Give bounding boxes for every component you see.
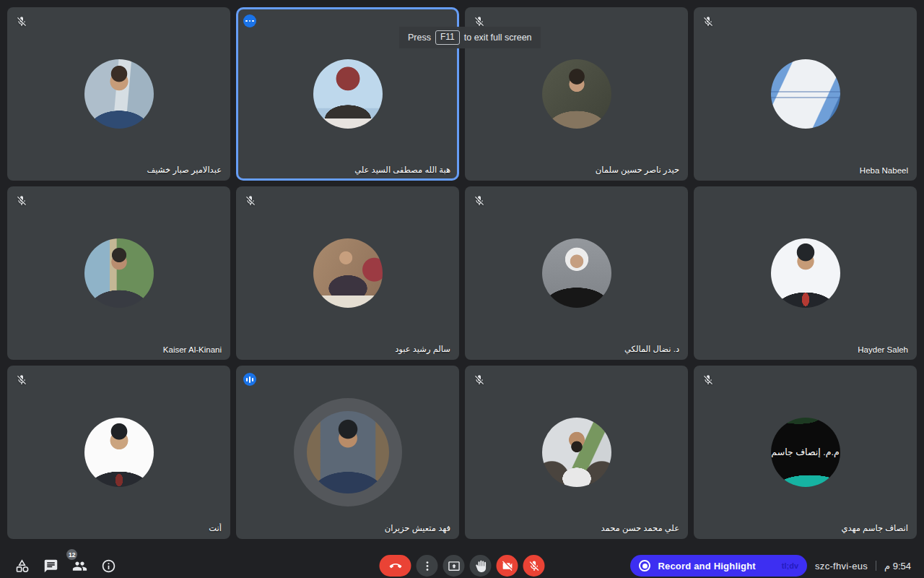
avatar-ring	[294, 398, 402, 506]
participant-name: فهد متعيش حزيران	[385, 523, 450, 533]
more-options-button[interactable]	[417, 555, 438, 577]
record-label: Record and Highlight	[658, 561, 755, 571]
avatar-ring	[771, 59, 840, 129]
participant-tile[interactable]: عبدالامير صبار خشيف	[7, 7, 230, 181]
tile-options-button[interactable]	[243, 14, 256, 27]
participant-name: أنت	[209, 523, 222, 533]
info-icon	[101, 558, 116, 574]
call-end-icon	[389, 560, 401, 572]
raise-hand-icon	[474, 560, 487, 572]
participant-tile[interactable]: علي محمد حسن محمد	[465, 366, 688, 539]
participant-avatar	[771, 238, 840, 308]
participant-name: Hayder Saleh	[858, 345, 908, 354]
participant-name: عبدالامير صبار خشيف	[147, 165, 222, 175]
people-button[interactable]: 12	[69, 556, 90, 576]
participant-avatar	[771, 59, 840, 129]
mic-off-icon	[14, 194, 29, 208]
participant-tile-self[interactable]: أنت	[7, 366, 230, 539]
participant-avatar	[84, 59, 154, 129]
meeting-code: szc-fhvi-eus	[815, 561, 868, 571]
participant-avatar	[307, 411, 389, 493]
avatar-ring	[313, 238, 383, 308]
participant-tile[interactable]: د. نضال المالكي	[465, 186, 688, 360]
left-controls: 12	[12, 556, 118, 576]
info-button[interactable]	[98, 556, 118, 576]
participant-tile[interactable]: فهد متعيش حزيران	[236, 366, 459, 539]
participant-name: حيدر ناصر حسين سلمان	[596, 165, 679, 175]
f11-keycap: F11	[435, 30, 460, 45]
speaking-indicator-icon	[243, 373, 256, 386]
participant-name: Kaiser Al-Kinani	[163, 345, 222, 354]
camera-off-button[interactable]	[497, 555, 518, 577]
mic-off-button[interactable]	[523, 555, 545, 577]
mic-off-icon	[14, 373, 29, 387]
avatar-ring	[84, 59, 154, 129]
avatar-ring	[84, 418, 154, 487]
participant-avatar	[84, 418, 154, 487]
participant-avatar	[313, 238, 383, 308]
avatar-ring	[542, 59, 611, 129]
activities-shapes-icon	[14, 558, 30, 574]
avatar-caption: م.م. إنصاف جاسم	[771, 447, 839, 458]
call-controls	[380, 555, 545, 577]
participant-tile[interactable]: سالم رشيد عبود	[236, 186, 459, 360]
participant-grid: عبدالامير صبار خشيف هبة الله مصطفى السيد…	[7, 7, 917, 539]
mic-off-icon	[472, 194, 487, 208]
end-call-button[interactable]	[380, 555, 411, 577]
participant-avatar	[313, 59, 383, 129]
participant-name: د. نضال المالكي	[624, 344, 679, 354]
clock: 9:54 م	[884, 561, 911, 571]
participant-name: Heba Nabeel	[860, 166, 908, 175]
record-icon	[639, 560, 650, 571]
mic-off-icon	[701, 373, 715, 387]
avatar-ring	[771, 238, 840, 308]
record-button[interactable]: Record and Highlight tl;dv	[630, 555, 807, 577]
activities-button[interactable]	[12, 556, 32, 576]
mic-off-icon	[701, 14, 715, 29]
participant-name: انصاف جاسم مهدي	[841, 523, 908, 533]
divider	[876, 561, 876, 571]
participant-avatar	[84, 238, 154, 308]
camera-off-icon	[501, 560, 513, 572]
participant-tile[interactable]: م.م. إنصاف جاسم انصاف جاسم مهدي	[694, 366, 917, 539]
present-screen-button[interactable]	[443, 555, 465, 577]
participant-avatar: م.م. إنصاف جاسم	[771, 418, 840, 487]
meeting-stage: عبدالامير صبار خشيف هبة الله مصطفى السيد…	[0, 7, 924, 546]
mic-off-icon	[243, 194, 258, 208]
chat-icon	[43, 558, 58, 574]
present-screen-icon	[448, 560, 460, 572]
people-icon	[72, 558, 87, 574]
mic-off-icon	[14, 14, 29, 29]
tooltip-suffix: to exit full screen	[464, 33, 532, 43]
tldv-brand-label: tl;dv	[782, 561, 798, 570]
avatar-ring: م.م. إنصاف جاسم	[771, 418, 840, 487]
participant-tile[interactable]: Kaiser Al-Kinani	[7, 186, 230, 360]
participant-name: هبة الله مصطفى السيد علي	[354, 165, 450, 175]
mic-off-icon	[472, 373, 487, 387]
avatar-ring	[313, 59, 383, 129]
fullscreen-tooltip: Press F11 to exit full screen	[399, 27, 541, 48]
participant-name: سالم رشيد عبود	[395, 344, 450, 354]
participant-name: علي محمد حسن محمد	[601, 523, 680, 533]
participant-avatar	[542, 238, 611, 308]
more-vertical-icon	[421, 560, 433, 572]
participant-tile[interactable]: Heba Nabeel	[694, 7, 917, 181]
avatar-ring	[542, 418, 611, 487]
participant-tile[interactable]: Hayder Saleh	[694, 186, 917, 360]
bottom-toolbar: 12	[0, 546, 924, 578]
avatar-ring	[542, 238, 611, 308]
avatar-ring	[84, 238, 154, 308]
mic-off-control-icon	[528, 560, 540, 572]
participant-avatar	[542, 418, 611, 487]
tooltip-prefix: Press	[408, 33, 431, 43]
participant-avatar	[542, 59, 611, 129]
raise-hand-button[interactable]	[470, 555, 492, 577]
chat-button[interactable]	[40, 556, 61, 576]
right-controls: Record and Highlight tl;dv szc-fhvi-eus …	[630, 555, 911, 577]
